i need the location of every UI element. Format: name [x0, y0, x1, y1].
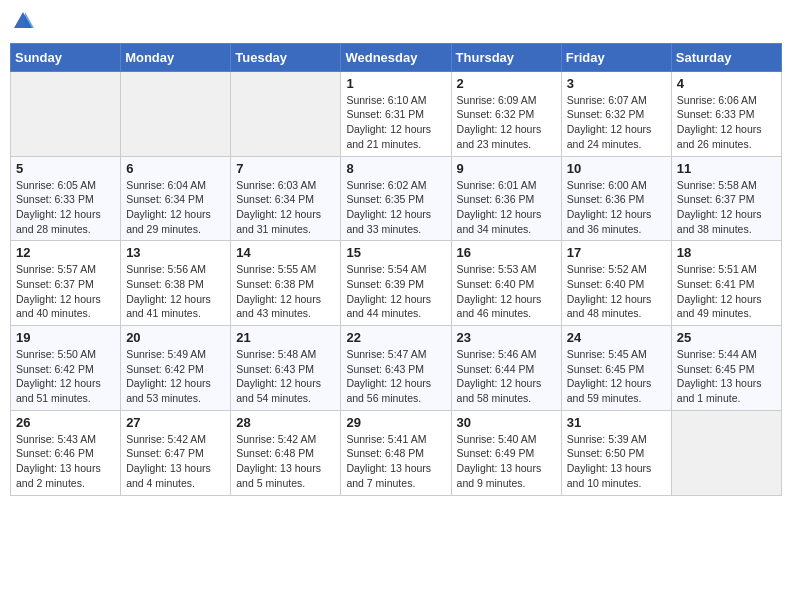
day-cell [11, 71, 121, 156]
day-info: Sunrise: 5:57 AM Sunset: 6:37 PM Dayligh… [16, 262, 115, 321]
day-cell: 22Sunrise: 5:47 AM Sunset: 6:43 PM Dayli… [341, 326, 451, 411]
day-number: 7 [236, 161, 335, 176]
week-row-1: 1Sunrise: 6:10 AM Sunset: 6:31 PM Daylig… [11, 71, 782, 156]
day-number: 29 [346, 415, 445, 430]
day-number: 1 [346, 76, 445, 91]
day-info: Sunrise: 6:04 AM Sunset: 6:34 PM Dayligh… [126, 178, 225, 237]
day-info: Sunrise: 5:47 AM Sunset: 6:43 PM Dayligh… [346, 347, 445, 406]
day-info: Sunrise: 5:52 AM Sunset: 6:40 PM Dayligh… [567, 262, 666, 321]
week-row-3: 12Sunrise: 5:57 AM Sunset: 6:37 PM Dayli… [11, 241, 782, 326]
day-cell: 17Sunrise: 5:52 AM Sunset: 6:40 PM Dayli… [561, 241, 671, 326]
day-number: 2 [457, 76, 556, 91]
weekday-header-friday: Friday [561, 43, 671, 71]
day-info: Sunrise: 5:42 AM Sunset: 6:48 PM Dayligh… [236, 432, 335, 491]
weekday-header-sunday: Sunday [11, 43, 121, 71]
day-info: Sunrise: 5:50 AM Sunset: 6:42 PM Dayligh… [16, 347, 115, 406]
day-info: Sunrise: 5:40 AM Sunset: 6:49 PM Dayligh… [457, 432, 556, 491]
day-cell: 13Sunrise: 5:56 AM Sunset: 6:38 PM Dayli… [121, 241, 231, 326]
day-number: 19 [16, 330, 115, 345]
day-info: Sunrise: 5:45 AM Sunset: 6:45 PM Dayligh… [567, 347, 666, 406]
day-info: Sunrise: 6:02 AM Sunset: 6:35 PM Dayligh… [346, 178, 445, 237]
day-info: Sunrise: 5:53 AM Sunset: 6:40 PM Dayligh… [457, 262, 556, 321]
day-number: 8 [346, 161, 445, 176]
day-cell: 18Sunrise: 5:51 AM Sunset: 6:41 PM Dayli… [671, 241, 781, 326]
week-row-5: 26Sunrise: 5:43 AM Sunset: 6:46 PM Dayli… [11, 410, 782, 495]
svg-marker-1 [25, 12, 34, 28]
day-cell: 15Sunrise: 5:54 AM Sunset: 6:39 PM Dayli… [341, 241, 451, 326]
day-number: 5 [16, 161, 115, 176]
day-number: 21 [236, 330, 335, 345]
day-number: 24 [567, 330, 666, 345]
day-cell: 24Sunrise: 5:45 AM Sunset: 6:45 PM Dayli… [561, 326, 671, 411]
day-cell [671, 410, 781, 495]
day-number: 27 [126, 415, 225, 430]
day-info: Sunrise: 5:54 AM Sunset: 6:39 PM Dayligh… [346, 262, 445, 321]
day-number: 3 [567, 76, 666, 91]
day-cell: 6Sunrise: 6:04 AM Sunset: 6:34 PM Daylig… [121, 156, 231, 241]
day-info: Sunrise: 5:51 AM Sunset: 6:41 PM Dayligh… [677, 262, 776, 321]
day-cell: 8Sunrise: 6:02 AM Sunset: 6:35 PM Daylig… [341, 156, 451, 241]
day-cell: 27Sunrise: 5:42 AM Sunset: 6:47 PM Dayli… [121, 410, 231, 495]
day-cell [121, 71, 231, 156]
day-cell: 20Sunrise: 5:49 AM Sunset: 6:42 PM Dayli… [121, 326, 231, 411]
logo [10, 10, 34, 37]
day-cell: 29Sunrise: 5:41 AM Sunset: 6:48 PM Dayli… [341, 410, 451, 495]
day-cell: 30Sunrise: 5:40 AM Sunset: 6:49 PM Dayli… [451, 410, 561, 495]
day-cell: 28Sunrise: 5:42 AM Sunset: 6:48 PM Dayli… [231, 410, 341, 495]
weekday-header-thursday: Thursday [451, 43, 561, 71]
day-info: Sunrise: 5:58 AM Sunset: 6:37 PM Dayligh… [677, 178, 776, 237]
day-info: Sunrise: 5:41 AM Sunset: 6:48 PM Dayligh… [346, 432, 445, 491]
day-number: 11 [677, 161, 776, 176]
day-cell: 3Sunrise: 6:07 AM Sunset: 6:32 PM Daylig… [561, 71, 671, 156]
day-number: 17 [567, 245, 666, 260]
day-number: 23 [457, 330, 556, 345]
logo-icon [12, 10, 34, 32]
day-cell: 21Sunrise: 5:48 AM Sunset: 6:43 PM Dayli… [231, 326, 341, 411]
day-info: Sunrise: 6:01 AM Sunset: 6:36 PM Dayligh… [457, 178, 556, 237]
day-info: Sunrise: 6:07 AM Sunset: 6:32 PM Dayligh… [567, 93, 666, 152]
day-cell: 5Sunrise: 6:05 AM Sunset: 6:33 PM Daylig… [11, 156, 121, 241]
day-info: Sunrise: 6:09 AM Sunset: 6:32 PM Dayligh… [457, 93, 556, 152]
page-header [10, 10, 782, 37]
day-cell: 23Sunrise: 5:46 AM Sunset: 6:44 PM Dayli… [451, 326, 561, 411]
day-cell: 26Sunrise: 5:43 AM Sunset: 6:46 PM Dayli… [11, 410, 121, 495]
day-cell: 11Sunrise: 5:58 AM Sunset: 6:37 PM Dayli… [671, 156, 781, 241]
day-info: Sunrise: 6:10 AM Sunset: 6:31 PM Dayligh… [346, 93, 445, 152]
day-cell [231, 71, 341, 156]
day-number: 12 [16, 245, 115, 260]
day-number: 18 [677, 245, 776, 260]
day-number: 28 [236, 415, 335, 430]
day-cell: 14Sunrise: 5:55 AM Sunset: 6:38 PM Dayli… [231, 241, 341, 326]
day-number: 25 [677, 330, 776, 345]
weekday-header-row: SundayMondayTuesdayWednesdayThursdayFrid… [11, 43, 782, 71]
day-info: Sunrise: 5:39 AM Sunset: 6:50 PM Dayligh… [567, 432, 666, 491]
day-info: Sunrise: 6:06 AM Sunset: 6:33 PM Dayligh… [677, 93, 776, 152]
day-info: Sunrise: 5:56 AM Sunset: 6:38 PM Dayligh… [126, 262, 225, 321]
weekday-header-monday: Monday [121, 43, 231, 71]
day-number: 6 [126, 161, 225, 176]
day-number: 4 [677, 76, 776, 91]
day-info: Sunrise: 5:55 AM Sunset: 6:38 PM Dayligh… [236, 262, 335, 321]
day-info: Sunrise: 6:00 AM Sunset: 6:36 PM Dayligh… [567, 178, 666, 237]
day-number: 10 [567, 161, 666, 176]
day-cell: 2Sunrise: 6:09 AM Sunset: 6:32 PM Daylig… [451, 71, 561, 156]
day-number: 31 [567, 415, 666, 430]
day-cell: 31Sunrise: 5:39 AM Sunset: 6:50 PM Dayli… [561, 410, 671, 495]
weekday-header-saturday: Saturday [671, 43, 781, 71]
day-number: 15 [346, 245, 445, 260]
weekday-header-wednesday: Wednesday [341, 43, 451, 71]
day-info: Sunrise: 5:46 AM Sunset: 6:44 PM Dayligh… [457, 347, 556, 406]
day-info: Sunrise: 5:48 AM Sunset: 6:43 PM Dayligh… [236, 347, 335, 406]
day-info: Sunrise: 6:03 AM Sunset: 6:34 PM Dayligh… [236, 178, 335, 237]
day-number: 13 [126, 245, 225, 260]
day-cell: 10Sunrise: 6:00 AM Sunset: 6:36 PM Dayli… [561, 156, 671, 241]
day-info: Sunrise: 5:49 AM Sunset: 6:42 PM Dayligh… [126, 347, 225, 406]
day-info: Sunrise: 5:42 AM Sunset: 6:47 PM Dayligh… [126, 432, 225, 491]
day-number: 16 [457, 245, 556, 260]
day-info: Sunrise: 5:43 AM Sunset: 6:46 PM Dayligh… [16, 432, 115, 491]
day-cell: 7Sunrise: 6:03 AM Sunset: 6:34 PM Daylig… [231, 156, 341, 241]
day-info: Sunrise: 5:44 AM Sunset: 6:45 PM Dayligh… [677, 347, 776, 406]
day-number: 26 [16, 415, 115, 430]
weekday-header-tuesday: Tuesday [231, 43, 341, 71]
day-cell: 16Sunrise: 5:53 AM Sunset: 6:40 PM Dayli… [451, 241, 561, 326]
